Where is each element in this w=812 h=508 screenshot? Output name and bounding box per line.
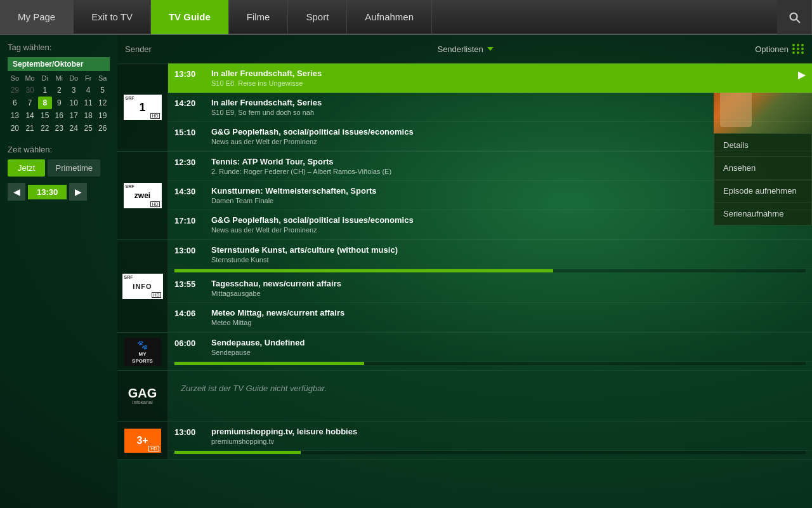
calendar-grid: So Mo Di Mi Do Fr Sa 29 30 1 2 3 4 5 [8,72,110,135]
nav-filme[interactable]: Filme [229,0,289,34]
jetzt-button[interactable]: Jetzt [8,159,45,177]
cal-day[interactable]: 20 [8,122,22,135]
program-item[interactable]: 12:30 Tennis: ATP World Tour, Sports 2. … [168,152,812,181]
unavailable-message: Zurzeit ist der TV Guide nicht verfügbar… [168,371,812,406]
program-item[interactable]: 06:00 Sendepause, Undefined Sendepause [168,333,812,362]
top-navigation: My Page Exit to TV TV Guide Filme Sport … [0,0,812,35]
cal-day[interactable]: 15 [38,109,52,122]
program-item[interactable]: 13:55 Tagesschau, news/current affairs M… [168,274,812,303]
channel-logo-srfzwei: SRF zwei HD [117,152,168,239]
main-content: Tag wählen: September/Oktober So Mo Di M… [0,35,812,508]
drei-programs: 13:00 premiumshopping.tv, leisure hobbie… [168,422,812,459]
program-item[interactable]: 14:30 Kunstturnen: Weltmeisterschaften, … [168,181,812,210]
program-item[interactable]: 14:06 Meteo Mittag, news/current affairs… [168,303,812,332]
senderlisten-dropdown-arrow [487,47,494,51]
sidebar: Tag wählen: September/Oktober So Mo Di M… [0,35,117,508]
cal-day[interactable]: 25 [81,122,95,135]
nav-aufnahmen[interactable]: Aufnahmen [347,0,432,34]
nav-mypage[interactable]: My Page [0,0,74,34]
optionen-button[interactable]: Optionen [755,44,804,54]
channel-logo-drei: 3+ HD [117,422,168,459]
tag-waehlen-label: Tag wählen: [8,43,110,52]
gag-programs: Zurzeit ist der TV Guide nicht verfügbar… [168,371,812,421]
srfzwei-programs: 12:30 Tennis: ATP World Tour, Sports 2. … [168,152,812,239]
cal-day[interactable]: 5 [95,84,110,97]
time-navigator: ◀ 13:30 ▶ [8,183,110,201]
search-button[interactable] [777,0,812,34]
program-item[interactable]: 14:20 In aller Freundschaft, Series S10 … [168,93,812,122]
program-item[interactable]: 15:10 G&G Peopleflash, social/political … [168,122,812,151]
cal-day[interactable]: 14 [22,109,38,122]
cal-day[interactable]: 18 [81,109,95,122]
srf1-programs: 13:30 In aller Freundschaft, Series S10 … [168,64,812,151]
cal-day[interactable]: 19 [95,109,110,122]
cal-day[interactable]: 7 [22,97,38,109]
channel-row-drei: 3+ HD 13:00 premiumshopping.tv, leisure … [117,422,812,460]
senderlisten-button[interactable]: Senderlisten [176,44,755,54]
channel-row-gag: GAG Infokanal Zurzeit ist der TV Guide n… [117,371,812,422]
program-header: Sender Senderlisten Optionen [117,35,812,64]
cal-day[interactable]: 9 [52,97,66,109]
cal-day[interactable]: 16 [52,109,66,122]
channel-row-srfzwei: SRF zwei HD 12:30 Tennis: ATP World Tour… [117,152,812,240]
channel-logo-srf1: SRF 1 HD [117,64,168,151]
cal-day[interactable]: 3 [67,84,81,97]
channel-row-srfinfo: SRF INFO HD 13:00 Sternstunde Kunst, art… [117,240,812,333]
mysports-programs: 06:00 Sendepause, Undefined Sendepause [168,333,812,370]
cal-day[interactable]: 1 [38,84,52,97]
cal-day-today[interactable]: 8 [38,97,52,109]
time-prev-button[interactable]: ◀ [8,183,25,201]
srfinfo-programs: 13:00 Sternstunde Kunst, arts/culture (w… [168,240,812,332]
zeit-waehlen-label: Zeit wählen: [8,145,110,154]
channel-logo-srfinfo: SRF INFO HD [117,240,168,332]
progress-bar [174,269,806,272]
channel-row-srf1: SRF 1 HD 13:30 In aller Freundschaft, Se… [117,64,812,152]
program-item[interactable]: 13:30 In aller Freundschaft, Series S10 … [168,64,812,93]
channels-container: SRF 1 HD 13:30 In aller Freundschaft, Se… [117,64,812,508]
cal-day[interactable]: 12 [95,97,110,109]
nav-tvguide[interactable]: TV Guide [151,0,229,34]
program-area: Sender Senderlisten Optionen [117,35,812,508]
optionen-grid-icon [792,44,804,54]
cal-day[interactable]: 29 [8,84,22,97]
progress-bar [174,362,806,365]
current-time-display: 13:30 [28,185,67,199]
time-buttons: Jetzt Primetime [8,159,110,177]
cal-day[interactable]: 22 [38,122,52,135]
cal-day[interactable]: 6 [8,97,22,109]
cal-day[interactable]: 17 [67,109,81,122]
cal-day[interactable]: 26 [95,122,110,135]
progress-bar [174,451,806,454]
cal-day[interactable]: 30 [22,84,38,97]
cal-day[interactable]: 2 [52,84,66,97]
program-item[interactable]: 13:00 premiumshopping.tv, leisure hobbie… [168,422,812,451]
cal-day[interactable]: 24 [67,122,81,135]
search-icon [787,10,801,24]
channel-logo-gag: GAG Infokanal [117,371,168,421]
program-area-wrapper: Details Ansehen Episode aufnehmen Serien… [117,35,812,508]
cal-day[interactable]: 13 [8,109,22,122]
cal-day[interactable]: 10 [67,97,81,109]
program-play-arrow: ▶ [798,69,806,81]
sender-header-label: Sender [125,44,176,54]
program-item[interactable]: 13:00 Sternstunde Kunst, arts/culture (w… [168,240,812,269]
cal-day[interactable]: 11 [81,97,95,109]
cal-day[interactable]: 4 [81,84,95,97]
calendar-month-header: September/Oktober [8,57,110,71]
nav-exit-tv[interactable]: Exit to TV [74,0,151,34]
channel-logo-mysports: 🐾 MY SPORTS [117,333,168,370]
time-next-button[interactable]: ▶ [69,183,87,201]
primetime-button[interactable]: Primetime [48,159,100,177]
nav-sport[interactable]: Sport [288,0,347,34]
channel-row-mysports: 🐾 MY SPORTS 06:00 Sendepause, Undefined … [117,333,812,371]
cal-day[interactable]: 21 [22,122,38,135]
cal-day[interactable]: 23 [52,122,66,135]
program-item[interactable]: 17:10 G&G Peopleflash, social/political … [168,210,812,239]
